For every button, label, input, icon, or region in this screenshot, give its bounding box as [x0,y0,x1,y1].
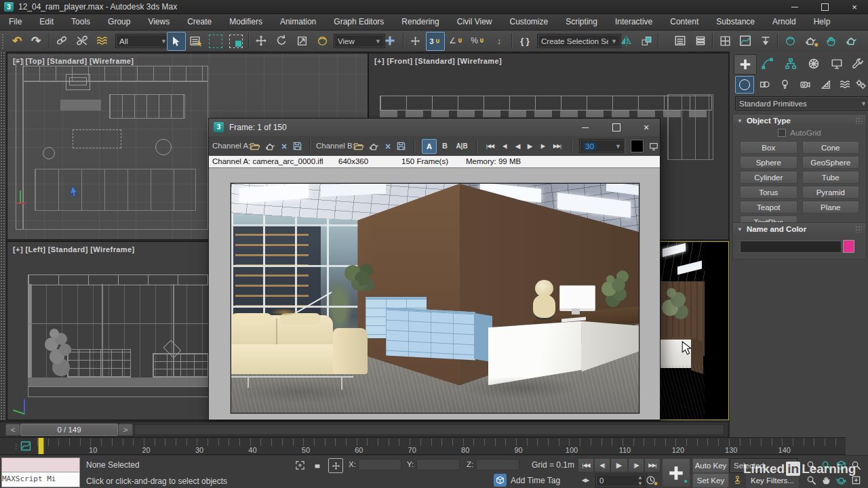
object-name-input[interactable] [740,241,842,253]
menu-item[interactable]: Arnold [764,14,805,30]
maximize-button[interactable] [811,0,838,14]
tab-hierarchy[interactable] [780,54,802,73]
channel-b-close-icon[interactable]: × [382,140,394,152]
viewport-top-label[interactable]: [+] [Top] [Standard] [Wireframe] [13,57,134,65]
channel-a-close-icon[interactable]: × [278,140,290,152]
minimize-button[interactable] [781,0,808,14]
edit-named-selection-sets-icon[interactable]: { } [517,33,533,49]
channel-a-display-button[interactable]: A [422,139,437,154]
ram-maximize-button[interactable] [605,119,628,136]
frame-grab-icon[interactable] [648,140,659,152]
menu-item[interactable]: Customize [501,14,557,30]
mini-curve-editor-icon[interactable]: ⋮ [12,439,33,453]
redo-icon[interactable]: ↷ [27,33,45,49]
selection-filter-dropdown[interactable]: All▼ [115,34,171,48]
select-and-rotate-icon[interactable] [273,33,290,49]
goto-end-icon[interactable]: ▶▶| [644,458,660,472]
absolute-mode-icon[interactable] [328,458,343,473]
selection-lock-icon[interactable] [311,459,324,471]
tab-modify[interactable] [757,54,778,73]
viewport-front-label[interactable]: [+] [Front] [Standard] [Wireframe] [374,57,502,65]
prev-frame-icon[interactable]: ◀| [498,140,511,152]
channel-b-save-icon[interactable] [394,140,408,152]
menu-item[interactable]: Modifiers [220,14,271,30]
select-and-move-icon[interactable] [252,33,270,49]
category-cameras-icon[interactable] [796,76,814,92]
menu-item[interactable]: Group [99,14,139,30]
select-and-manipulate-icon[interactable] [407,33,423,49]
double-buffer-swatch[interactable] [631,140,644,152]
menu-item[interactable]: Civil View [448,14,501,30]
rollout-object-type[interactable]: ▼ Object Type [732,114,867,127]
rectangular-selection-region-icon[interactable] [209,35,222,48]
add-time-tag-label[interactable]: Add Time Tag [511,476,560,485]
menu-item[interactable]: Help [805,14,840,30]
object-type-button[interactable]: GeoSphere [802,156,860,169]
current-frame-field[interactable]: 0▲▼ [595,474,647,487]
menu-item[interactable]: Animation [271,14,325,30]
object-type-button[interactable]: Pyramid [802,186,860,199]
reference-coordinate-dropdown[interactable]: View▼ [334,34,385,48]
schematic-view-icon[interactable] [757,33,774,49]
material-editor-icon[interactable] [781,33,799,49]
current-frame-marker[interactable] [38,438,44,454]
snaps-toggle-icon[interactable]: 3 [426,32,445,51]
channel-ab-display-button[interactable]: A|B [453,139,471,152]
menu-item[interactable]: Content [661,14,707,30]
isolate-selection-icon[interactable] [293,459,307,471]
x-field[interactable] [358,459,401,470]
menu-item[interactable]: Substance [707,14,764,30]
play-reverse-icon[interactable]: ◀ [512,140,523,152]
channel-b-display-button[interactable]: B [438,139,452,152]
menu-item[interactable]: Graph Editors [325,14,393,30]
tab-motion[interactable] [803,54,825,73]
object-type-button[interactable]: Tube [802,171,860,184]
z-field[interactable] [476,459,519,470]
channel-a-save-icon[interactable] [290,140,304,152]
y-field[interactable] [416,459,460,470]
select-object-icon[interactable] [167,32,186,51]
object-type-button[interactable]: Cylinder [740,171,797,184]
play-forward-icon[interactable]: ▶ [524,140,535,152]
render-setup-icon[interactable]: ✱ [802,33,819,49]
object-type-button[interactable]: Plane [802,201,860,214]
auto-key-button[interactable]: Auto Key [692,458,729,473]
goto-start-icon[interactable]: |◀◀ [578,458,594,472]
object-type-button[interactable]: Torus [740,186,797,199]
category-geometry-icon[interactable] [735,76,754,94]
frame-rate-dropdown[interactable]: 30▼ [579,139,625,153]
set-key-filters-icon[interactable] [730,473,745,487]
render-production-icon[interactable] [842,33,860,49]
time-slider-next-button[interactable]: > [118,424,133,436]
toggle-scene-explorer-icon[interactable] [671,33,689,49]
time-configuration-icon[interactable]: ✱ [643,474,658,487]
menu-item[interactable]: Views [139,14,178,30]
menu-item[interactable]: Scripting [557,14,606,30]
spinner-snap-icon[interactable]: ↕ [491,33,507,49]
named-selection-set-dropdown[interactable]: Create Selection Se▼ [537,34,621,48]
category-systems-icon[interactable] [853,76,868,92]
object-type-button[interactable]: Sphere [740,156,797,169]
menu-item[interactable]: Edit [31,14,62,30]
ram-close-button[interactable]: × [635,119,658,136]
select-and-link-icon[interactable] [53,33,71,49]
tab-utilities[interactable] [849,54,867,73]
set-key-button[interactable]: Set Key [692,473,729,488]
play-button[interactable]: ▶ [610,458,628,472]
category-shapes-icon[interactable] [755,76,773,92]
set-keys-button[interactable]: ● [662,458,690,487]
maxscript-pink-pane[interactable] [1,458,80,472]
add-time-tag-icon[interactable] [494,474,507,487]
tab-display[interactable] [826,54,848,73]
channel-a-render-icon[interactable] [263,140,277,152]
rendered-frame-window-icon[interactable] [822,33,840,49]
primitive-category-dropdown[interactable]: Standard Primitives▼ [735,96,868,110]
goto-end-icon[interactable]: ▶▶| [550,140,564,152]
menu-item[interactable]: Interactive [606,14,661,30]
select-and-scale-icon[interactable] [293,33,311,49]
undo-icon[interactable]: ↶ [8,33,26,49]
viewport-camera[interactable] [659,241,729,420]
category-helpers-icon[interactable] [816,76,834,92]
channel-a-open-icon[interactable] [248,140,262,152]
menu-item[interactable]: File [0,14,31,30]
